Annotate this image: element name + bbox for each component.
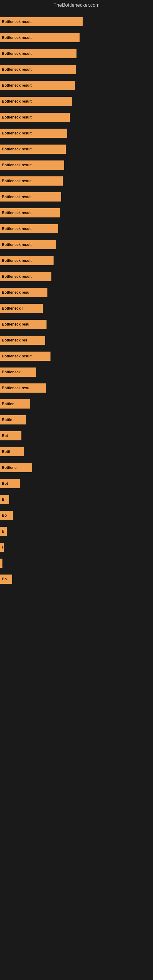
- bar-row-16: Bottleneck result: [0, 272, 153, 281]
- bar-label-4: Bottleneck result: [0, 81, 75, 90]
- bar-label-35: Bo: [0, 574, 12, 584]
- bar-gap-31: [0, 504, 153, 511]
- bar-label-16: Bottleneck result: [0, 272, 51, 281]
- bar-row-5: Bottleneck result: [0, 97, 153, 106]
- bar-row-6: Bottleneck result: [0, 113, 153, 122]
- bar-row-20: Bottleneck res: [0, 336, 153, 345]
- bar-label-2: Bottleneck result: [0, 49, 76, 58]
- bar-label-29: Bot: [0, 479, 20, 488]
- bar-gap-33: [0, 536, 153, 542]
- bar-gap-21: [0, 345, 153, 352]
- bar-gap-27: [0, 441, 153, 447]
- bar-gap-10: [0, 170, 153, 177]
- bar-gap-19: [0, 313, 153, 320]
- bar-label-32: B: [0, 527, 7, 536]
- bar-label-19: Bottleneck resu: [0, 320, 46, 329]
- bar-gap-9: [0, 154, 153, 161]
- bar-gap-18: [0, 297, 153, 304]
- bar-label-25: Bottle: [0, 415, 26, 425]
- bar-gap-23: [0, 377, 153, 383]
- bar-row-1: Bottleneck result: [0, 33, 153, 42]
- bar-gap-3: [0, 58, 153, 65]
- bar-row-27: Bottl: [0, 447, 153, 456]
- bar-gap-4: [0, 74, 153, 81]
- bar-gap-22: [0, 361, 153, 368]
- bar-row-13: Bottleneck result: [0, 224, 153, 233]
- bar-row-3: Bottleneck result: [0, 65, 153, 74]
- bar-label-0: Bottleneck result: [0, 17, 83, 26]
- bar-gap-1: [0, 26, 153, 33]
- bar-label-14: Bottleneck result: [0, 240, 56, 249]
- bar-label-24: Bottlen: [0, 399, 30, 409]
- bar-row-7: Bottleneck result: [0, 129, 153, 138]
- bar-row-26: Bot: [0, 431, 153, 441]
- bar-row-22: Bottleneck: [0, 368, 153, 377]
- bar-label-11: Bottleneck result: [0, 192, 61, 202]
- bar-label-21: Bottleneck result: [0, 352, 51, 361]
- bar-gap-26: [0, 425, 153, 431]
- bar-label-22: Bottleneck: [0, 368, 36, 377]
- bar-row-11: Bottleneck result: [0, 192, 153, 202]
- bar-row-28: Bottlene: [0, 463, 153, 472]
- bar-label-13: Bottleneck result: [0, 224, 58, 233]
- bar-gap-0: [0, 10, 153, 17]
- bar-row-12: Bottleneck result: [0, 208, 153, 218]
- bar-gap-17: [0, 281, 153, 288]
- bar-row-35: Bo: [0, 574, 153, 584]
- bar-label-28: Bottlene: [0, 463, 32, 472]
- bar-label-10: Bottleneck result: [0, 177, 63, 186]
- bar-label-17: Bottleneck resu: [0, 288, 48, 297]
- bar-row-30: B: [0, 495, 153, 504]
- bars-container: Bottleneck resultBottleneck resultBottle…: [0, 10, 153, 584]
- bar-label-3: Bottleneck result: [0, 65, 76, 74]
- bar-row-19: Bottleneck resu: [0, 320, 153, 329]
- bar-gap-32: [0, 520, 153, 527]
- bar-row-8: Bottleneck result: [0, 145, 153, 154]
- bar-label-5: Bottleneck result: [0, 97, 72, 106]
- bar-row-21: Bottleneck result: [0, 352, 153, 361]
- bar-row-34: [0, 558, 153, 568]
- bar-gap-15: [0, 249, 153, 256]
- bar-gap-7: [0, 122, 153, 129]
- bar-gap-34: [0, 552, 153, 558]
- bar-gap-2: [0, 42, 153, 49]
- bar-label-9: Bottleneck result: [0, 161, 64, 170]
- bar-row-15: Bottleneck result: [0, 256, 153, 265]
- bar-gap-25: [0, 409, 153, 415]
- bar-row-2: Bottleneck result: [0, 49, 153, 58]
- bar-row-10: Bottleneck result: [0, 177, 153, 186]
- bar-row-17: Bottleneck resu: [0, 288, 153, 297]
- bar-row-4: Bottleneck result: [0, 81, 153, 90]
- bar-label-20: Bottleneck res: [0, 336, 45, 345]
- bar-row-0: Bottleneck result: [0, 17, 153, 26]
- bar-label-30: B: [0, 495, 9, 504]
- bar-row-14: Bottleneck result: [0, 240, 153, 249]
- bar-gap-5: [0, 90, 153, 97]
- bar-row-32: B: [0, 527, 153, 536]
- bar-label-8: Bottleneck result: [0, 145, 66, 154]
- bar-label-15: Bottleneck result: [0, 256, 54, 265]
- bar-row-9: Bottleneck result: [0, 161, 153, 170]
- bar-label-12: Bottleneck result: [0, 208, 60, 218]
- bar-gap-11: [0, 186, 153, 192]
- bar-gap-16: [0, 265, 153, 272]
- bar-row-24: Bottlen: [0, 399, 153, 409]
- bar-gap-28: [0, 456, 153, 463]
- bar-gap-30: [0, 488, 153, 495]
- bar-gap-13: [0, 218, 153, 224]
- bar-label-31: Bo: [0, 511, 13, 520]
- bar-label-34: [0, 558, 2, 568]
- bar-label-18: Bottleneck r: [0, 304, 43, 313]
- bar-label-26: Bot: [0, 431, 21, 441]
- bar-gap-12: [0, 202, 153, 208]
- bar-gap-20: [0, 329, 153, 336]
- bar-gap-35: [0, 568, 153, 574]
- bar-row-29: Bot: [0, 479, 153, 488]
- bar-row-18: Bottleneck r: [0, 304, 153, 313]
- bar-row-33: I: [0, 542, 153, 552]
- bar-label-7: Bottleneck result: [0, 129, 67, 138]
- site-title: TheBottlenecker.com: [0, 0, 153, 10]
- bar-label-6: Bottleneck result: [0, 113, 70, 122]
- bar-row-31: Bo: [0, 511, 153, 520]
- bar-label-33: I: [0, 542, 4, 552]
